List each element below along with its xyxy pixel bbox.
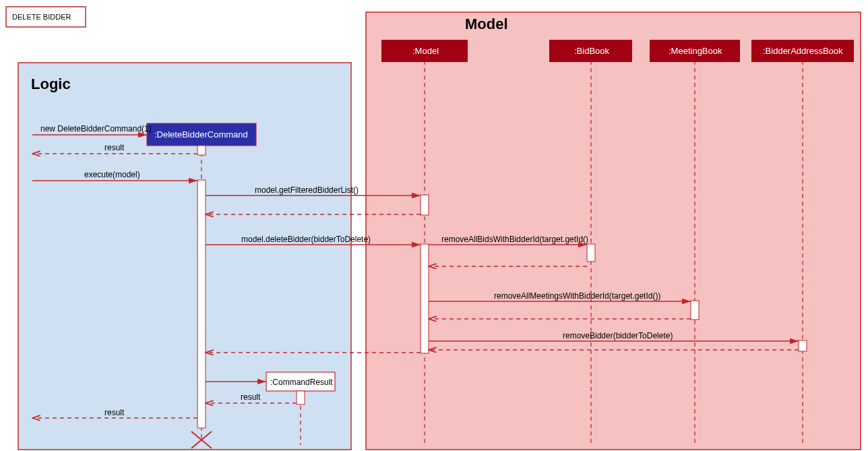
activation-model-2 xyxy=(421,244,429,353)
svg-text::MeetingBook: :MeetingBook xyxy=(669,46,722,56)
svg-text::Model: :Model xyxy=(412,46,439,56)
activation-delete-cmd-main xyxy=(197,180,206,428)
svg-text::DeleteBidderCommand: :DeleteBidderCommand xyxy=(154,129,248,140)
msg-result2-label: result xyxy=(241,392,261,402)
msg-deletebidder-label: model.deleteBidder(bidderToDelete) xyxy=(241,235,371,244)
msg-result3-label: result xyxy=(104,408,125,417)
participant-command-result: :CommandResult xyxy=(266,372,335,391)
participant-meetingbook: :MeetingBook xyxy=(650,40,740,62)
msg-removebids-label: removeAllBidsWithBidderId(target.getId() xyxy=(441,235,588,244)
msg-new-cmd-label: new DeleteBidderCommand(1) xyxy=(40,124,152,133)
activation-delete-cmd-create xyxy=(197,146,206,155)
msg-removebidder-label: removeBidder(bidderToDelete) xyxy=(563,331,673,340)
msg-result1-label: result xyxy=(104,143,125,152)
activation-model-1 xyxy=(421,195,429,215)
model-title: Model xyxy=(465,16,508,32)
model-frame: Model xyxy=(366,12,861,450)
msg-removemeetings-label: removeAllMeetingsWithBidderId(target.get… xyxy=(494,291,660,301)
activation-meetingbook xyxy=(691,301,699,320)
activation-command-result xyxy=(297,391,305,404)
participant-model: :Model xyxy=(381,40,468,62)
delete-bidder-label-box: DELETE BIDDER xyxy=(6,7,86,27)
msg-getfiltered-label: model.getFilteredBidderList() xyxy=(255,185,359,195)
sequence-diagram: DELETE BIDDER Logic Model :Model :BidBoo… xyxy=(0,0,868,451)
svg-text::BidBook: :BidBook xyxy=(574,46,610,56)
participant-bidbook: :BidBook xyxy=(549,40,632,62)
delete-bidder-label: DELETE BIDDER xyxy=(12,13,71,21)
svg-rect-2 xyxy=(366,12,861,450)
activation-bidbook xyxy=(587,244,595,262)
svg-text::CommandResult: :CommandResult xyxy=(270,378,333,387)
msg-execute-label: execute(model) xyxy=(84,170,140,179)
svg-text::BidderAddressBook: :BidderAddressBook xyxy=(763,46,843,56)
participant-delete-cmd: :DeleteBidderCommand xyxy=(147,123,256,146)
logic-title: Logic xyxy=(31,76,71,92)
participant-bidder-addr-book: :BidderAddressBook xyxy=(751,40,854,62)
activation-bidder-addr-book xyxy=(799,340,807,351)
